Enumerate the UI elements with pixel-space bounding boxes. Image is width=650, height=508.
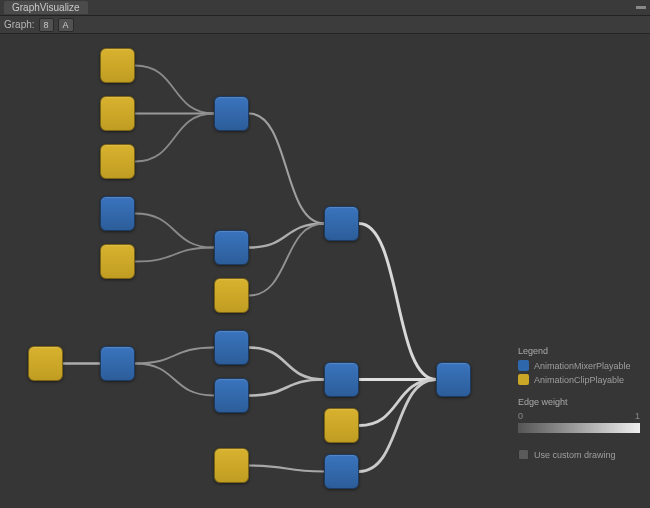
graph-node-clip[interactable]: [100, 144, 135, 179]
graph-edge: [249, 114, 324, 224]
window-tab[interactable]: GraphVisualize: [4, 1, 88, 14]
edge-weight-max: 1: [635, 411, 640, 421]
graph-edge: [135, 214, 214, 248]
graph-node-mixer[interactable]: [214, 330, 249, 365]
graph-node-mixer[interactable]: [324, 206, 359, 241]
toolbar: Graph: 8 A: [0, 16, 650, 34]
legend-item: AnimationMixerPlayable: [518, 360, 640, 371]
graph-node-clip[interactable]: [100, 244, 135, 279]
edge-weight-min: 0: [518, 411, 523, 421]
graph-edge: [359, 380, 436, 472]
custom-drawing-checkbox[interactable]: [518, 449, 529, 460]
graph-node-mixer[interactable]: [100, 346, 135, 381]
graph-node-mixer[interactable]: [214, 96, 249, 131]
graph-node-mixer[interactable]: [324, 362, 359, 397]
legend-swatch: [518, 360, 529, 371]
graph-node-mixer[interactable]: [436, 362, 471, 397]
legend-panel: Legend AnimationMixerPlayableAnimationCl…: [518, 346, 640, 460]
graph-node-clip[interactable]: [28, 346, 63, 381]
graph-edge: [135, 66, 214, 114]
legend-label: AnimationMixerPlayable: [534, 361, 631, 371]
graph-edge: [135, 114, 214, 162]
custom-drawing-label: Use custom drawing: [534, 450, 616, 460]
graph-edge: [249, 466, 324, 472]
graph-edge: [359, 380, 436, 426]
legend-label: AnimationClipPlayable: [534, 375, 624, 385]
graph-edge: [249, 224, 324, 296]
graph-label: Graph:: [4, 19, 35, 30]
titlebar: GraphVisualize: [0, 0, 650, 16]
graph-edge: [135, 364, 214, 396]
legend-item: AnimationClipPlayable: [518, 374, 640, 385]
graph-edge: [249, 348, 324, 380]
graph-edge: [359, 224, 436, 380]
graph-field-b[interactable]: A: [58, 18, 74, 32]
graph-node-mixer[interactable]: [324, 454, 359, 489]
graph-node-mixer[interactable]: [214, 378, 249, 413]
edge-weight-gradient: [518, 423, 640, 433]
graph-edge: [135, 348, 214, 364]
legend-swatch: [518, 374, 529, 385]
graph-node-clip[interactable]: [214, 278, 249, 313]
graph-node-mixer[interactable]: [100, 196, 135, 231]
graph-edge: [135, 248, 214, 262]
graph-node-clip[interactable]: [324, 408, 359, 443]
graph-edge: [249, 380, 324, 396]
edge-weight-section: Edge weight 0 1: [518, 397, 640, 433]
legend-title: Legend: [518, 346, 640, 356]
graph-node-clip[interactable]: [100, 48, 135, 83]
custom-drawing-row[interactable]: Use custom drawing: [518, 449, 640, 460]
edge-weight-title: Edge weight: [518, 397, 640, 407]
graph-edge: [249, 224, 324, 248]
graph-field-a[interactable]: 8: [39, 18, 54, 32]
window-button[interactable]: [636, 6, 646, 9]
graph-node-clip[interactable]: [214, 448, 249, 483]
graph-node-mixer[interactable]: [214, 230, 249, 265]
graph-node-clip[interactable]: [100, 96, 135, 131]
window-buttons: [636, 6, 646, 9]
